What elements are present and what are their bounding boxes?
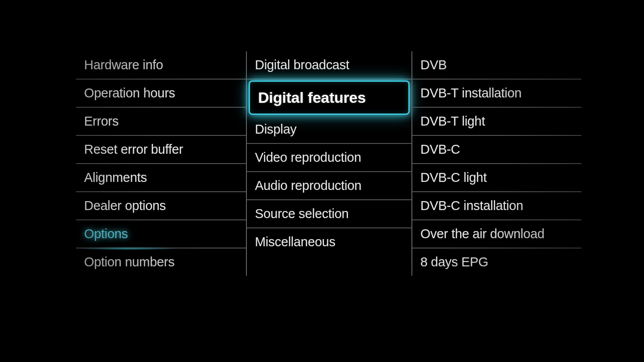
menu-item-dealer-options[interactable]: Dealer options [76,192,246,220]
menu-item-dvb-t-light[interactable]: DVB-T light [412,108,581,136]
menu-item-label: Option numbers [84,255,174,269]
menu-item-label: Video reproduction [255,150,361,164]
menu-item-label: DVB-C [420,142,460,156]
menu-item-errors[interactable]: Errors [76,108,246,136]
menu-column-1: Hardware info Operation hours Errors Res… [76,51,246,276]
menu-item-label: DVB-C installation [420,198,523,213]
menu-item-audio-reproduction[interactable]: Audio reproduction [247,172,411,200]
menu-item-video-reproduction[interactable]: Video reproduction [247,144,411,172]
menu-item-label: Digital broadcast [255,58,349,72]
menu-item-dvb-c-installation[interactable]: DVB-C installation [412,192,581,220]
menu-item-alignments[interactable]: Alignments [76,164,246,192]
menu-item-hardware-info[interactable]: Hardware info [76,51,246,80]
menu-item-label: DVB-T installation [420,86,521,100]
menu-item-label: Digital features [258,89,366,106]
menu-item-label: Display [255,122,297,136]
menu-item-label: Errors [84,114,119,128]
menu-item-dvb[interactable]: DVB [412,51,581,80]
menu-item-dvb-c[interactable]: DVB-C [412,136,581,164]
menu-item-dvb-t-installation[interactable]: DVB-T installation [412,80,581,108]
menu-column-3: DVB DVB-T installation DVB-T light DVB-C… [411,51,581,276]
menu-item-label: Over the air download [420,227,544,241]
menu-item-label: Source selection [255,206,349,221]
menu-item-label: DVB-T light [420,114,485,128]
service-menu: Hardware info Operation hours Errors Res… [76,51,581,276]
menu-item-label: Alignments [84,170,147,185]
menu-column-2: Digital broadcast Digital features Displ… [246,51,411,276]
menu-item-digital-broadcast[interactable]: Digital broadcast [247,51,411,80]
menu-item-label: Options [84,227,128,241]
menu-item-label: DVB-C light [420,170,487,185]
menu-item-label: DVB [420,58,447,72]
menu-item-over-the-air-download[interactable]: Over the air download [412,220,581,248]
menu-item-options[interactable]: Options [76,220,246,248]
menu-item-operation-hours[interactable]: Operation hours [76,80,246,108]
menu-item-label: Hardware info [84,58,163,72]
menu-item-label: Miscellaneous [255,235,335,249]
menu-item-dvb-c-light[interactable]: DVB-C light [412,164,581,192]
menu-item-display[interactable]: Display [247,116,411,144]
menu-item-digital-features[interactable]: Digital features [249,80,410,115]
menu-item-label: Reset error buffer [84,142,183,156]
menu-item-option-numbers[interactable]: Option numbers [76,248,246,276]
menu-item-label: Dealer options [84,198,166,213]
menu-item-reset-error-buffer[interactable]: Reset error buffer [76,136,246,164]
menu-item-label: Operation hours [84,86,175,100]
menu-item-source-selection[interactable]: Source selection [247,200,411,228]
menu-item-8-days-epg[interactable]: 8 days EPG [412,248,581,276]
menu-item-miscellaneous[interactable]: Miscellaneous [247,228,411,256]
menu-item-label: 8 days EPG [420,255,488,269]
menu-item-label: Audio reproduction [255,178,361,193]
